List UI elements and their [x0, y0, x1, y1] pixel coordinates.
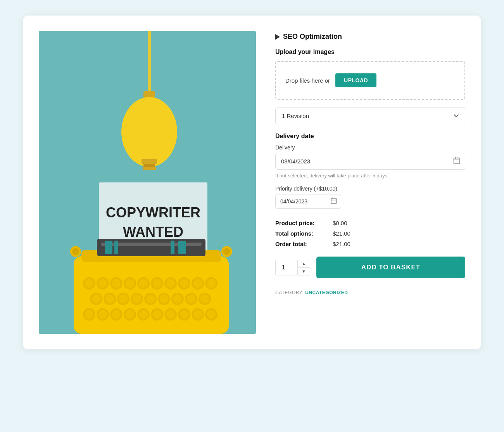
product-image: COPYWRITER WANTED [39, 31, 256, 334]
delivery-label: Delivery [275, 144, 465, 151]
add-to-basket-button[interactable]: ADD TO BASKET [316, 257, 465, 278]
svg-point-47 [85, 279, 93, 288]
upload-section-title: Upload your images [275, 49, 465, 56]
order-total-label: Order total: [275, 241, 330, 247]
svg-point-52 [153, 279, 161, 288]
product-price-label: Product price: [275, 220, 330, 226]
svg-point-70 [139, 310, 148, 319]
svg-rect-4 [142, 159, 157, 164]
priority-date-wrapper [275, 194, 341, 209]
svg-point-61 [146, 295, 155, 303]
svg-point-79 [223, 248, 230, 255]
category-link[interactable]: UNCATEGORIZED [305, 290, 348, 295]
price-table: Product price: $0.00 Total options: $21.… [275, 220, 465, 247]
svg-point-72 [166, 310, 175, 319]
order-total-value: $21.00 [333, 241, 350, 247]
svg-point-62 [160, 295, 168, 303]
svg-point-59 [119, 295, 128, 303]
svg-point-55 [193, 279, 202, 288]
svg-point-58 [105, 295, 114, 303]
revision-select[interactable]: 1 Revision 2 Revisions 3 Revisions Unlim… [275, 108, 465, 124]
svg-point-63 [173, 295, 182, 303]
quantity-wrapper: ▲ ▼ [275, 259, 310, 276]
svg-point-67 [98, 310, 107, 319]
delivery-date-wrapper [275, 153, 465, 170]
svg-point-53 [166, 279, 175, 288]
order-total-row: Order total: $21.00 [275, 241, 465, 247]
arrow-icon [275, 34, 280, 40]
quantity-decrease-button[interactable]: ▼ [298, 267, 310, 275]
svg-point-68 [112, 310, 121, 319]
product-price-value: $0.00 [333, 220, 347, 226]
svg-point-48 [98, 279, 107, 288]
product-image-column: COPYWRITER WANTED [39, 31, 256, 334]
add-to-basket-row: ▲ ▼ ADD TO BASKET [275, 257, 465, 278]
svg-point-51 [139, 279, 148, 288]
delivery-section-title: Delivery date [275, 133, 465, 140]
svg-rect-6 [143, 167, 156, 170]
svg-point-3 [121, 97, 177, 167]
priority-label: Priority delivery (+$10.00) [275, 186, 465, 192]
svg-point-60 [133, 295, 141, 303]
svg-point-49 [112, 279, 121, 288]
svg-rect-15 [114, 241, 118, 254]
svg-point-54 [180, 279, 188, 288]
upload-button[interactable]: UPLOAD [335, 73, 376, 87]
seo-title: SEO Optimization [283, 33, 342, 41]
svg-point-56 [207, 279, 216, 288]
delivery-date-input[interactable] [275, 153, 465, 170]
svg-rect-14 [105, 241, 112, 254]
svg-point-57 [92, 295, 100, 303]
svg-point-50 [126, 279, 134, 288]
total-options-label: Total options: [275, 230, 330, 237]
quantity-increase-button[interactable]: ▲ [298, 260, 310, 267]
svg-rect-12 [97, 239, 205, 256]
total-options-value: $21.00 [333, 230, 350, 237]
svg-point-75 [207, 310, 216, 319]
svg-rect-5 [143, 164, 155, 167]
svg-point-66 [85, 310, 93, 319]
quantity-input[interactable] [276, 259, 297, 276]
svg-text:COPYWRITER: COPYWRITER [106, 205, 200, 220]
svg-point-74 [193, 310, 202, 319]
svg-rect-80 [454, 158, 460, 163]
priority-calendar-icon[interactable] [330, 197, 337, 206]
category-row: CATEGORY: UNCATEGORIZED [275, 290, 465, 295]
svg-point-71 [153, 310, 161, 319]
svg-rect-17 [171, 241, 174, 254]
dropzone[interactable]: Drop files here or UPLOAD [275, 61, 465, 100]
svg-rect-84 [331, 198, 337, 204]
product-layout: COPYWRITER WANTED [39, 31, 465, 334]
total-options-row: Total options: $21.00 [275, 230, 465, 237]
seo-header: SEO Optimization [275, 33, 465, 41]
calendar-icon[interactable] [453, 156, 461, 166]
svg-rect-16 [178, 241, 186, 254]
product-options-column: SEO Optimization Upload your images Drop… [275, 31, 465, 295]
svg-text:WANTED: WANTED [123, 224, 183, 240]
svg-point-65 [200, 295, 209, 303]
delivery-hint: If not selected, delivery will take plac… [275, 173, 465, 179]
svg-point-69 [126, 310, 134, 319]
category-prefix: CATEGORY: [275, 290, 304, 295]
svg-point-64 [187, 295, 195, 303]
product-card: COPYWRITER WANTED [23, 16, 481, 349]
svg-point-77 [72, 248, 79, 255]
svg-point-73 [180, 310, 188, 319]
quantity-controls: ▲ ▼ [297, 260, 310, 275]
product-price-row: Product price: $0.00 [275, 220, 465, 226]
dropzone-text: Drop files here or [285, 77, 330, 84]
